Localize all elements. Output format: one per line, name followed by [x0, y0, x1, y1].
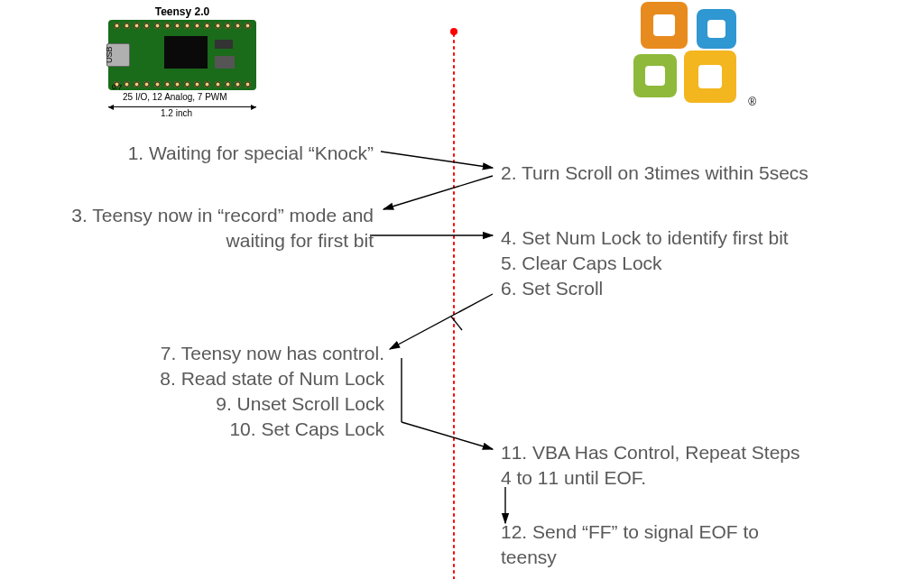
teensy-pin-hole [235, 81, 241, 87]
teensy-pin-hole [245, 23, 251, 29]
teensy-usb-label: USB [105, 46, 114, 63]
office-square-orange [641, 2, 688, 49]
svg-line-6 [451, 317, 462, 330]
step-10: 10. Set Caps Lock [114, 417, 384, 442]
step-12-line2: teensy [501, 545, 557, 570]
teensy-pin-hole [235, 23, 241, 29]
office-square-green [633, 54, 677, 97]
step-4: 4. Set Num Lock to identify first bit [501, 225, 789, 251]
step-9: 9. Unset Scroll Lock [114, 391, 384, 417]
teensy-pin-hole [245, 81, 251, 87]
teensy-pin-hole [184, 23, 190, 29]
teensy-pin-hole [143, 81, 150, 87]
step-11-line2: 4 to 11 until EOF. [501, 465, 646, 491]
teensy-mcu-chip [164, 36, 208, 69]
teensy-title: Teensy 2.0 [108, 5, 256, 18]
registered-symbol: ® [748, 96, 756, 108]
step-3-line1: 3. Teensy now in “record” mode and [23, 203, 374, 228]
teensy-pin-hole [204, 23, 210, 29]
step-2: 2. Turn Scroll on 3times within 5secs [501, 161, 808, 186]
teensy-dimension-arrow [108, 106, 256, 107]
teensy-io-caption: 25 I/O, 12 Analog, 7 PWM [123, 92, 227, 102]
teensy-height-label: 0.7 [112, 83, 122, 91]
teensy-pin-hole [154, 81, 161, 87]
svg-line-8 [402, 422, 493, 449]
step-1: 1. Waiting for special “Knock” [90, 141, 374, 166]
svg-point-0 [450, 28, 457, 35]
office-square-blue [697, 9, 736, 49]
step-12-line1: 12. Send “FF” to signal EOF to [501, 519, 759, 545]
teensy-component [215, 40, 233, 49]
teensy-board-graphic [108, 20, 256, 90]
svg-line-5 [390, 294, 493, 349]
svg-line-3 [383, 176, 493, 209]
step-7: 7. Teensy now has control. [114, 341, 384, 366]
teensy-pin-hole [124, 23, 130, 29]
teensy-dim-label: 1.2 inch [161, 108, 192, 118]
teensy-component [215, 56, 235, 69]
teensy-pin-hole [124, 81, 130, 87]
teensy-pin-hole [154, 23, 161, 29]
teensy-pin-hole [134, 81, 140, 87]
step-11-line1: 11. VBA Has Control, Repeat Steps [501, 440, 800, 465]
teensy-pin-hole [215, 81, 221, 87]
teensy-pin-hole [174, 23, 180, 29]
teensy-pin-hole [134, 23, 140, 29]
teensy-pin-hole [204, 81, 210, 87]
teensy-pin-hole [225, 81, 231, 87]
teensy-pin-hole [194, 23, 200, 29]
office-square-yellow [684, 51, 736, 103]
svg-line-2 [381, 152, 493, 168]
step-3-line2: waiting for first bit [23, 228, 374, 253]
step-6: 6. Set Scroll [501, 276, 603, 301]
teensy-pin-hole [143, 23, 150, 29]
step-5: 5. Clear Caps Lock [501, 251, 662, 276]
teensy-pin-hole [164, 81, 171, 87]
teensy-pin-hole [215, 23, 221, 29]
teensy-pin-hole [114, 23, 120, 29]
diagram-stage: Teensy 2.0 USB 25 I/O, 12 Analog, 7 PWM … [0, 0, 924, 579]
teensy-pin-hole [174, 81, 180, 87]
teensy-pin-hole [164, 23, 171, 29]
teensy-pin-hole [194, 81, 200, 87]
office-logo: ® [632, 2, 749, 110]
step-8: 8. Read state of Num Lock [114, 366, 384, 391]
teensy-pin-hole [184, 81, 190, 87]
teensy-pin-hole [225, 23, 231, 29]
